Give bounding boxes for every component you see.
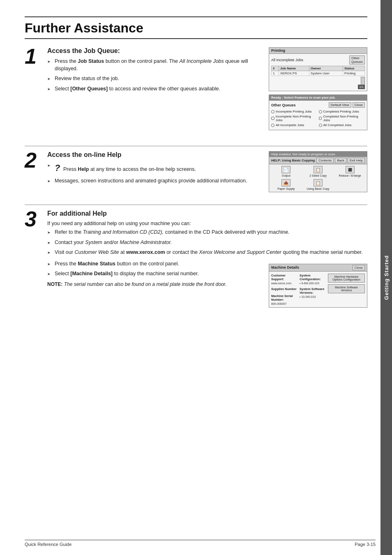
job-owner: System User: [309, 71, 343, 76]
radio-6[interactable]: [319, 124, 322, 127]
reduce-label: Reduce / Enlarge: [339, 174, 361, 177]
step-1-heading: Access the Job Queue:: [47, 47, 263, 55]
job-name: XEROX.PS: [279, 71, 309, 76]
step-1-content: Access the Job Queue: Press the Job Stat…: [47, 47, 367, 134]
queue-label-1: Incomplete Printing Jobs: [276, 110, 312, 113]
step-3-heading: For additional Help: [47, 210, 367, 217]
step-1-screenshot: Printing All Incomplete Jobs OtherQueues…: [269, 47, 367, 134]
section-3: 3 For additional Help If you need any ad…: [25, 210, 367, 308]
all-incomplete-label: All Incomplete Jobs: [271, 58, 303, 62]
software-versions-label: System Software Versions:: [300, 287, 326, 295]
help-item-usingcopy: 📋 Using Basic Copy: [303, 179, 333, 190]
bullet-1-3: Select [Other Queues] to access and revi…: [47, 85, 263, 93]
hardware-options-btn[interactable]: Machine Hardware Options Configuration: [328, 274, 365, 283]
serial-number-label: Machine Serial Number:: [271, 294, 298, 302]
other-queues-header: Other Queues Default View Close: [271, 102, 365, 108]
screenshot-row-1: All Incomplete Jobs OtherQueues: [271, 55, 365, 64]
software-versions-value: • 10.040.010: [300, 295, 326, 298]
paper-label: Paper Supply: [277, 187, 295, 190]
radio-3[interactable]: [271, 117, 274, 120]
help-item-reduce: ⬛ Reduce / Enlarge: [335, 166, 365, 177]
screenshot-body-1: All Incomplete Jobs OtherQueues # Job Na…: [269, 54, 367, 91]
system-config-label: System Configuration:: [300, 274, 326, 281]
screenshot-status-2: Ready - Select Features to scan your job…: [269, 95, 367, 101]
other-queues-screenshot: Ready - Select Features to scan your job…: [269, 94, 367, 130]
supplies-number-label: Supplies Number: [271, 287, 298, 291]
page-wrapper: Getting Started Further Assistance 1 Acc…: [0, 0, 392, 555]
help-content-grid: 📄 Output 📋 2 Sided Copy ⬛ Reduce / Enlar…: [269, 164, 367, 192]
bullet-3-4: Press the Machine Status button on the c…: [47, 260, 263, 268]
step-2-bullets: ? Press Help at any time to access the o…: [47, 162, 263, 184]
usingcopy-label: Using Basic Copy: [307, 187, 329, 190]
bullet-3-5: Select [Machine Details] to display the …: [47, 270, 263, 278]
machine-details-body: Customer Support: www.xerox.com Supplies…: [269, 272, 367, 307]
jobs-table: # Job Name Owner Status 1 XE: [271, 66, 365, 76]
section-3-lower-text: Press the Machine Status button on the c…: [47, 260, 263, 308]
page-footer: Quick Reference Guide Page 3-15: [25, 540, 376, 547]
step-1-bullets: Press the Job Status button on the contr…: [47, 58, 263, 92]
step-2-text: Access the on-line Help ? Press Help at …: [47, 151, 263, 192]
queue-label-6: All Completed Jobs: [323, 123, 352, 127]
machine-details-screenshot: Machine Details Close Customer Support: …: [269, 264, 367, 308]
help-screen-screenshot: Help enabled. Not ready to program or sc…: [269, 151, 367, 192]
step-3-text: For additional Help If you need any addi…: [47, 210, 367, 308]
output-icon: 📄: [281, 166, 291, 173]
note-text: NOTE: The serial number can also be foun…: [47, 281, 263, 288]
radio-2[interactable]: [319, 110, 322, 113]
close-btn-1[interactable]: Close: [353, 102, 365, 108]
step-2-heading: Access the on-line Help: [47, 151, 263, 159]
step-3-bullets2: Press the Machine Status button on the c…: [47, 260, 263, 278]
screenshot-titlebar-1: Printing: [269, 48, 367, 54]
customer-support-label: Customer Support:: [271, 274, 298, 281]
queue-item-5: All Incomplete Jobs: [271, 123, 318, 127]
exit-help-btn[interactable]: Exit Help: [348, 158, 365, 163]
table-row: 1 XEROX.PS System User Printing: [272, 71, 365, 76]
bullet-1-1: Press the Job Status button on the contr…: [47, 58, 263, 72]
reduce-icon: ⬛: [346, 166, 355, 173]
supplies-number: Supplies Number: [271, 287, 298, 292]
queue-label-5: All Incomplete Jobs: [276, 123, 304, 127]
contents-btn[interactable]: Contents: [316, 158, 334, 163]
paper-icon: 📥: [281, 179, 291, 187]
separator-2: [25, 205, 367, 205]
serial-number-value: 800-000007: [271, 302, 298, 305]
section-3-lower: Press the Machine Status button on the c…: [47, 260, 367, 308]
help-item-output: 📄 Output: [271, 166, 301, 177]
machine-details-title: Machine Details: [271, 265, 299, 269]
2sided-label: 2 Sided Copy: [309, 174, 327, 177]
radio-5[interactable]: [271, 124, 274, 127]
footer-right: Page 3-15: [355, 542, 376, 547]
queue-item-3: Incomplete Non-Printing Jobs: [271, 115, 318, 122]
section-3-image: Machine Details Close Customer Support: …: [269, 260, 367, 308]
queue-item-4: Completed Non-Printing Jobs: [319, 115, 365, 122]
page-title: Further Assistance: [25, 21, 367, 39]
default-view-btn[interactable]: Default View: [329, 102, 351, 108]
help-title: HELP: Using Basic Copying: [271, 159, 315, 162]
radio-1[interactable]: [271, 110, 274, 113]
col-owner: Owner: [309, 66, 343, 71]
other-queues-btn[interactable]: OtherQueues: [349, 55, 365, 64]
details-middle-col: System Configuration: • 9-6M-200-G/3 Sys…: [300, 274, 326, 305]
back-btn[interactable]: Back: [335, 158, 346, 163]
radio-4[interactable]: [319, 117, 322, 120]
close-btn-2[interactable]: Close: [353, 265, 365, 270]
question-mark-icon: ?: [55, 163, 60, 173]
details-right-col: Machine Hardware Options Configuration M…: [328, 274, 365, 305]
queues-grid: Incomplete Printing Jobs Completed Print…: [271, 108, 365, 128]
step-number-1: 1: [25, 46, 47, 67]
step-number-2: 2: [25, 150, 47, 171]
bullet-1-2: Review the status of the job.: [47, 75, 263, 83]
queue-item-1: Incomplete Printing Jobs: [271, 110, 318, 113]
help-toolbar-btns: Contents Back Exit Help: [316, 158, 365, 163]
step-number-3: 3: [25, 208, 47, 230]
step-2-content: Access the on-line Help ? Press Help at …: [47, 151, 367, 192]
bullet-3-3: Visit our Customer Web Site at www.xerox…: [47, 249, 367, 256]
software-versions-btn[interactable]: Machine Software Versions: [328, 284, 365, 293]
customer-support: Customer Support: www.xerox.com: [271, 274, 298, 285]
separator-1: [25, 146, 367, 146]
job-num: 1: [272, 71, 279, 76]
system-config-value: • 9-6M-200-G/3: [300, 282, 326, 285]
other-queues-label: Other Queues: [271, 103, 296, 107]
page-indicator: 1/1: [358, 85, 365, 89]
col-jobname: Job Name: [279, 66, 309, 71]
